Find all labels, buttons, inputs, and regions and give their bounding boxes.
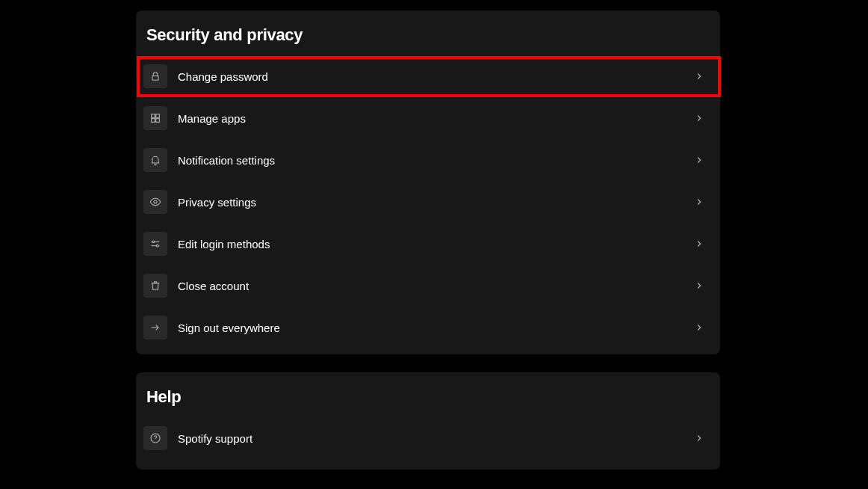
change-password-row[interactable]: Change password (136, 55, 720, 97)
arrow-right-icon (143, 316, 167, 339)
sign-out-everywhere-row[interactable]: Sign out everywhere (136, 307, 720, 348)
security-card: Security and privacy Change password Man… (136, 10, 720, 354)
security-title: Security and privacy (136, 10, 720, 55)
sliders-icon (143, 232, 167, 256)
manage-apps-row[interactable]: Manage apps (136, 97, 720, 139)
chevron-right-icon (693, 432, 705, 444)
chevron-right-icon (693, 196, 705, 208)
svg-rect-1 (152, 114, 155, 118)
notification-settings-row[interactable]: Notification settings (136, 139, 720, 181)
chevron-right-icon (693, 322, 705, 333)
page-root: Security and privacy Change password Man… (0, 0, 868, 489)
help-card: Help Spotify support (136, 372, 720, 470)
svg-rect-3 (152, 119, 155, 123)
chevron-right-icon (693, 154, 705, 166)
svg-point-9 (156, 244, 158, 247)
help-list: Spotify support (136, 417, 720, 459)
svg-rect-0 (152, 76, 158, 80)
help-title: Help (136, 372, 720, 417)
lock-icon (143, 64, 167, 88)
spotify-support-row[interactable]: Spotify support (136, 417, 720, 459)
chevron-right-icon (693, 280, 705, 292)
close-account-label: Close account (178, 280, 693, 292)
privacy-settings-row[interactable]: Privacy settings (136, 181, 720, 223)
chevron-right-icon (693, 112, 705, 124)
sign-out-everywhere-label: Sign out everywhere (178, 322, 693, 334)
change-password-label: Change password (178, 70, 693, 83)
svg-rect-2 (156, 114, 160, 118)
notification-settings-label: Notification settings (178, 154, 693, 167)
chevron-right-icon (693, 238, 705, 250)
question-icon (143, 426, 167, 450)
edit-login-methods-label: Edit login methods (178, 238, 693, 250)
bell-icon (143, 148, 167, 172)
trash-icon (143, 274, 167, 298)
eye-icon (143, 190, 167, 214)
svg-point-5 (154, 200, 157, 203)
chevron-right-icon (693, 70, 705, 82)
edit-login-methods-row[interactable]: Edit login methods (136, 223, 720, 265)
svg-point-6 (152, 241, 155, 243)
spotify-support-label: Spotify support (178, 432, 693, 445)
svg-rect-4 (156, 119, 160, 123)
close-account-row[interactable]: Close account (136, 265, 720, 307)
apps-icon (143, 106, 167, 130)
security-list: Change password Manage apps Notification… (136, 55, 720, 348)
manage-apps-label: Manage apps (178, 112, 693, 125)
privacy-settings-label: Privacy settings (178, 196, 693, 209)
